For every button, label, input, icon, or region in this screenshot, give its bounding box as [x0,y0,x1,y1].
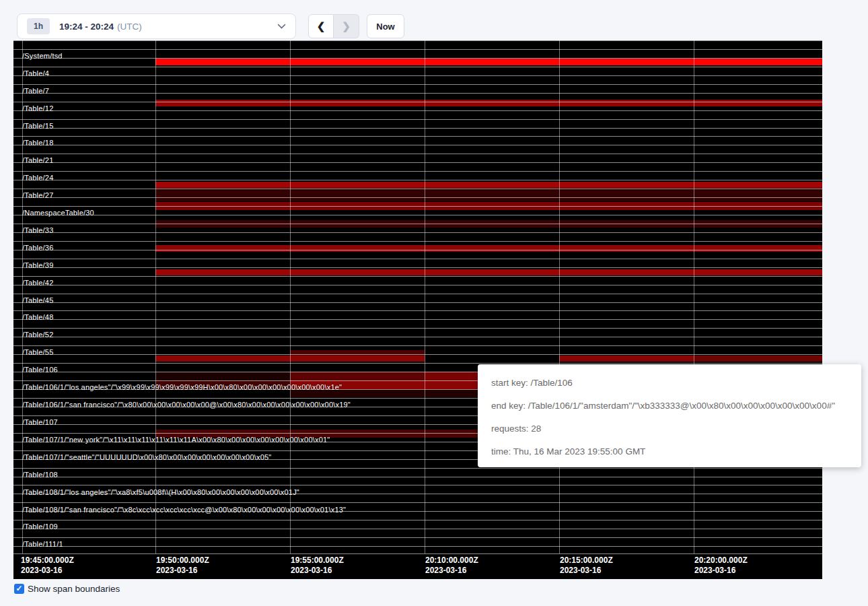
row-key-label: /Table/39 [22,261,53,270]
time-bucket-boundary-line [155,40,156,553]
tooltip-line: start key: /Table/106 [491,372,848,395]
span-boundary-line [13,354,822,355]
span-boundary-line [13,520,822,520]
heatmap-band [290,372,425,380]
next-timespan-button[interactable]: ❯ [334,14,359,38]
tick-time-label: 20:15:00.000Z [560,556,613,566]
time-axis-tick: 19:45:00.000Z2023-03-16 [21,556,74,576]
span-boundary-line [13,485,822,485]
now-button[interactable]: Now [367,14,404,38]
time-axis-tick: 20:10:00.000Z2023-03-16 [425,556,478,576]
footer-controls: ✓ Show span boundaries [14,584,120,594]
heatmap-band [155,59,822,65]
row-key-label: /Table/45 [22,296,53,305]
span-boundary-line [13,328,822,329]
heatmap-band [155,245,822,252]
span-boundary-line [13,259,822,259]
tick-date-label: 2023-03-16 [21,566,74,576]
heatmap-band [155,188,822,201]
span-boundary-line [13,276,822,277]
span-boundary-line [13,537,822,538]
span-boundary-line [13,363,822,364]
span-boundary-line [13,294,822,294]
span-boundary-line [13,206,822,207]
row-key-label: /Table/33 [22,226,53,235]
span-boundary-line [13,546,822,547]
chevron-down-icon [277,24,286,30]
time-axis-tick: 20:20:00.000Z2023-03-16 [694,556,748,576]
row-key-label: /Table/4 [22,69,49,78]
row-key-label: /Table/108/1/"san francisco"/"\x8c\xcc\x… [22,505,346,514]
span-boundary-line [13,58,822,59]
bucket-tooltip: start key: /Table/106end key: /Table/106… [478,364,861,467]
span-boundary-line [13,102,822,102]
key-visualizer-heatmap[interactable]: /System/tsd/Table/4/Table/7/Table/12/Tab… [13,40,822,579]
span-boundary-line [13,49,822,50]
tooltip-line: end key: /Table/106/1/"amsterdam"/"\xb33… [491,395,848,417]
tick-time-label: 19:50:00.000Z [156,556,209,566]
previous-timespan-button[interactable]: ❮ [308,14,334,38]
span-boundary-line [13,337,822,337]
row-key-label: /Table/106/1/"san francisco"/"\x80\x00\x… [22,400,351,409]
heatmap-band [559,356,694,362]
span-boundary-line [13,319,822,320]
row-key-label: /Table/24 [22,173,53,182]
tick-time-label: 20:10:00.000Z [425,556,478,566]
span-boundary-line [13,241,822,242]
span-boundary-line [13,189,822,189]
time-bucket-boundary-line [425,40,425,553]
row-key-label: /Table/7 [22,86,49,96]
heatmap-band [155,100,822,106]
show-span-boundaries-label: Show span boundaries [28,584,120,594]
span-boundary-line [13,67,822,67]
row-key-label: /Table/109 [22,522,58,531]
span-boundary-line [13,197,822,198]
span-boundary-line [13,477,822,477]
row-key-label: /Table/107 [22,417,58,427]
span-boundary-line [13,110,822,111]
tick-date-label: 2023-03-16 [156,566,209,576]
time-axis-tick: 19:50:00.000Z2023-03-16 [156,556,209,576]
tick-time-label: 20:20:00.000Z [694,556,748,566]
time-range-duration-chip: 1h [27,18,50,34]
show-span-boundaries-checkbox[interactable]: ✓ [14,584,24,594]
span-boundary-line [13,250,822,250]
row-key-label: /Table/52 [22,330,53,339]
chevron-left-icon: ❮ [317,20,326,32]
row-key-label: /Table/55 [22,347,53,357]
heatmap-band [155,269,822,275]
row-key-label: /Table/42 [22,278,53,288]
span-boundary-line [13,154,822,154]
time-bucket-boundary-line [694,40,694,553]
row-key-label: /Table/12 [22,104,53,113]
span-boundary-line [13,40,822,41]
span-boundary-line [13,84,822,85]
span-boundary-line [13,468,822,469]
time-axis-tick: 20:15:00.000Z2023-03-16 [560,556,613,576]
span-boundary-line [13,162,822,163]
time-range-select[interactable]: 1h 19:24 - 20:24 (UTC) [17,13,296,39]
time-axis-tick: 19:55:00.000Z2023-03-16 [291,556,344,576]
row-key-label: /Table/108 [22,470,58,479]
span-boundary-line [13,310,822,311]
row-key-label: /Table/21 [22,156,53,165]
span-boundary-line [13,553,822,554]
tick-date-label: 2023-03-16 [425,566,478,576]
row-key-label: /Table/18 [22,138,53,147]
row-key-label: /Table/108/1/"los angeles"/"\xa8\xf5\u00… [22,487,299,497]
time-bucket-boundary-line [559,40,560,553]
span-boundary-line [13,345,822,346]
span-boundary-line [13,145,822,145]
time-bucket-boundary-line [290,40,291,553]
heatmap-band [155,372,290,380]
checkmark-icon: ✓ [15,584,22,593]
row-key-label: /NamespaceTable/30 [22,208,94,217]
span-boundary-line [13,302,822,303]
span-boundary-line [13,529,822,529]
toolbar: 1h 19:24 - 20:24 (UTC) ❮ ❯ Now [0,0,868,40]
tick-date-label: 2023-03-16 [560,566,613,576]
span-boundary-line [13,128,822,129]
span-boundary-line [13,224,822,224]
span-boundary-line [13,171,822,172]
row-key-label: /Table/48 [22,312,53,322]
